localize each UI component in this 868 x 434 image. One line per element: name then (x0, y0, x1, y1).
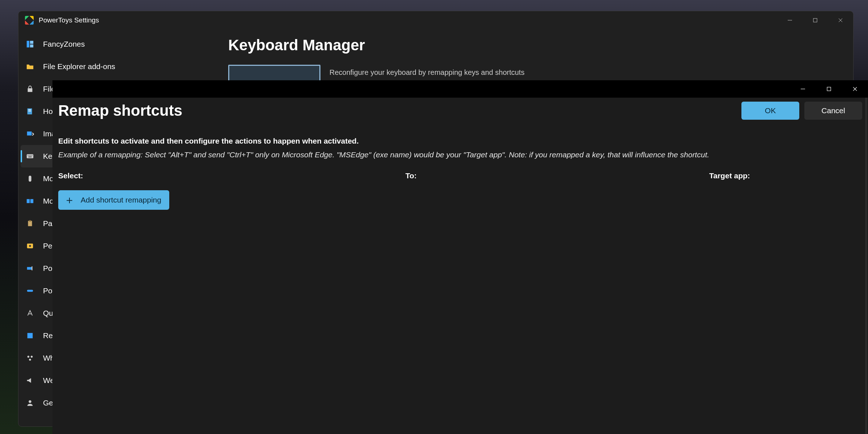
column-header-select: Select: (58, 171, 405, 180)
dialog-example: Example of a remapping: Select "Alt+T" a… (58, 150, 862, 159)
plus-icon: ＋ (64, 195, 75, 205)
lock-icon (26, 85, 34, 93)
svg-rect-18 (29, 176, 31, 182)
close-icon (852, 86, 858, 92)
cancel-button[interactable]: Cancel (804, 102, 862, 120)
svg-point-29 (27, 356, 30, 358)
svg-point-30 (31, 356, 33, 358)
add-button-label: Add shortcut remapping (81, 196, 161, 204)
svg-rect-5 (30, 41, 33, 44)
person-icon (26, 399, 34, 407)
fancyzones-icon (26, 40, 34, 48)
dialog-maximize-button[interactable] (816, 80, 842, 98)
main-minimize-button[interactable] (777, 11, 803, 29)
dialog-instruction: Edit shortcuts to activate and then conf… (58, 137, 862, 145)
page-description: Reconfigure your keyboard by remapping k… (329, 68, 524, 77)
svg-rect-25 (27, 267, 32, 269)
dialog-content: Edit shortcuts to activate and then conf… (52, 126, 868, 210)
svg-rect-11 (27, 132, 32, 136)
svg-point-32 (29, 400, 31, 403)
dialog-scrollbar[interactable] (865, 98, 867, 434)
whats-new-icon (26, 354, 34, 362)
sidebar-item-label: FancyZones (43, 40, 85, 48)
peek-icon (26, 242, 34, 250)
powertoys-app-icon (25, 16, 34, 25)
svg-rect-15 (30, 155, 31, 156)
svg-rect-28 (27, 333, 33, 339)
svg-rect-34 (827, 87, 831, 91)
mouse-icon (26, 174, 34, 183)
svg-rect-19 (27, 199, 30, 203)
add-shortcut-remapping-button[interactable]: ＋ Add shortcut remapping (58, 190, 169, 210)
svg-rect-10 (28, 111, 31, 111)
image-resizer-icon (26, 129, 34, 138)
quick-accent-icon (26, 309, 34, 318)
main-close-button[interactable] (828, 11, 853, 29)
svg-rect-6 (30, 44, 33, 47)
sidebar-item-file-explorer-addons[interactable]: File Explorer add-ons (18, 55, 214, 78)
main-window-controls (777, 11, 853, 29)
svg-rect-20 (30, 199, 33, 203)
dialog-minimize-button[interactable] (790, 80, 816, 98)
svg-rect-16 (32, 155, 33, 156)
registry-icon (26, 331, 34, 340)
powerrename-icon (26, 264, 34, 273)
svg-rect-12 (27, 154, 33, 158)
page-heading: Keyboard Manager (228, 37, 839, 54)
powertoys-run-icon (26, 286, 34, 295)
column-headers: Select: To: Target app: (58, 171, 862, 180)
svg-rect-14 (29, 155, 30, 156)
column-header-to: To: (405, 171, 709, 180)
minimize-icon (800, 86, 805, 92)
paste-icon (26, 219, 34, 228)
sidebar-item-label: File Explorer add-ons (43, 62, 115, 71)
hosts-icon (26, 107, 34, 116)
remap-shortcuts-window: Remap shortcuts OK Cancel Edit shortcuts… (52, 80, 868, 434)
close-icon (838, 18, 843, 23)
svg-rect-7 (28, 88, 33, 92)
svg-rect-4 (27, 41, 29, 47)
ok-button[interactable]: OK (741, 102, 799, 120)
maximize-icon (813, 18, 818, 23)
svg-rect-9 (28, 110, 31, 110)
svg-rect-13 (28, 155, 29, 156)
dialog-titlebar (52, 80, 868, 98)
dialog-close-button[interactable] (842, 80, 868, 98)
svg-rect-1 (813, 18, 817, 22)
sidebar-item-fancyzones[interactable]: FancyZones (18, 33, 214, 55)
dialog-header: Remap shortcuts OK Cancel (52, 98, 868, 126)
svg-rect-17 (28, 157, 31, 157)
folder-icon (26, 62, 34, 71)
mouse-without-borders-icon (26, 197, 34, 205)
svg-point-24 (29, 245, 31, 247)
svg-rect-26 (27, 290, 33, 292)
dialog-title: Remap shortcuts (58, 102, 736, 119)
keyboard-icon (26, 152, 34, 161)
column-header-target: Target app: (709, 171, 862, 180)
main-window-title: PowerToys Settings (39, 16, 99, 24)
main-maximize-button[interactable] (803, 11, 828, 29)
main-titlebar: PowerToys Settings (18, 11, 853, 29)
minimize-icon (787, 18, 792, 23)
svg-point-31 (29, 359, 31, 361)
svg-rect-22 (29, 220, 31, 222)
svg-rect-21 (28, 221, 32, 226)
megaphone-icon (26, 376, 34, 385)
maximize-icon (826, 86, 831, 92)
